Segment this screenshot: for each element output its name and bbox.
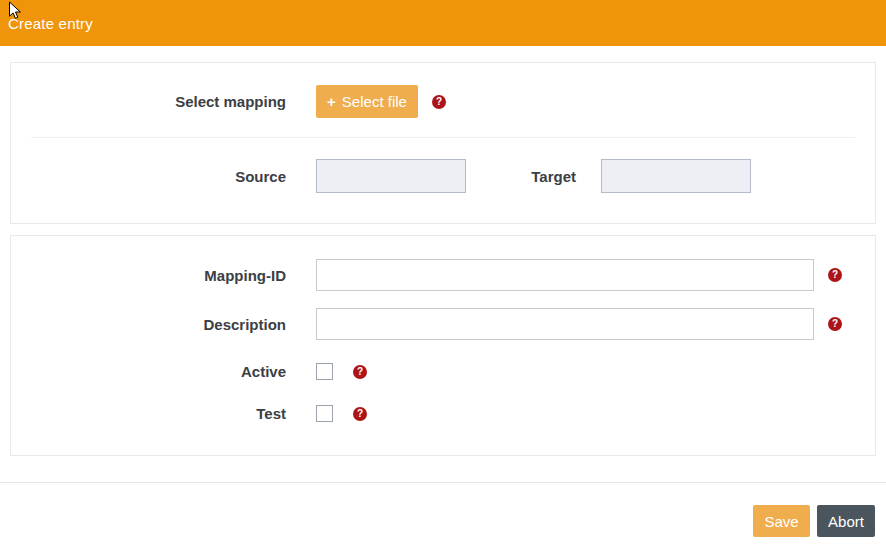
active-label: Active <box>31 363 286 380</box>
mapping-id-input[interactable] <box>316 259 814 291</box>
page-header: Create entry <box>0 0 886 46</box>
details-panel: Mapping-ID ? Description ? Active ? Test… <box>10 235 876 456</box>
plus-icon: + <box>327 94 336 109</box>
footer-actions: Save Abort <box>0 483 886 537</box>
source-input[interactable] <box>316 159 466 193</box>
source-label: Source <box>31 168 286 185</box>
description-input[interactable] <box>316 308 814 340</box>
active-checkbox[interactable] <box>316 363 333 380</box>
abort-button[interactable]: Abort <box>817 505 875 537</box>
select-file-button[interactable]: + Select file <box>316 85 418 118</box>
select-mapping-row: Select mapping + Select file ? <box>31 85 855 118</box>
description-row: Description ? <box>31 308 855 340</box>
active-help-icon[interactable]: ? <box>353 365 367 379</box>
target-label: Target <box>529 168 576 185</box>
source-target-row: Source Target <box>31 159 855 193</box>
select-mapping-help-icon[interactable]: ? <box>432 95 446 109</box>
test-row: Test ? <box>31 405 855 422</box>
description-help-icon[interactable]: ? <box>828 317 842 331</box>
select-mapping-label: Select mapping <box>31 93 286 110</box>
test-checkbox[interactable] <box>316 405 333 422</box>
description-label: Description <box>31 316 286 333</box>
panel-divider <box>31 137 855 138</box>
mapping-id-label: Mapping-ID <box>31 267 286 284</box>
active-row: Active ? <box>31 363 855 380</box>
mapping-panel: Select mapping + Select file ? Source Ta… <box>10 62 876 224</box>
select-file-button-label: Select file <box>342 93 407 110</box>
mapping-id-help-icon[interactable]: ? <box>828 268 842 282</box>
mouse-cursor-icon <box>8 1 22 21</box>
target-input[interactable] <box>601 159 751 193</box>
mapping-id-row: Mapping-ID ? <box>31 259 855 291</box>
test-help-icon[interactable]: ? <box>353 407 367 421</box>
save-button[interactable]: Save <box>753 505 810 537</box>
test-label: Test <box>31 405 286 422</box>
